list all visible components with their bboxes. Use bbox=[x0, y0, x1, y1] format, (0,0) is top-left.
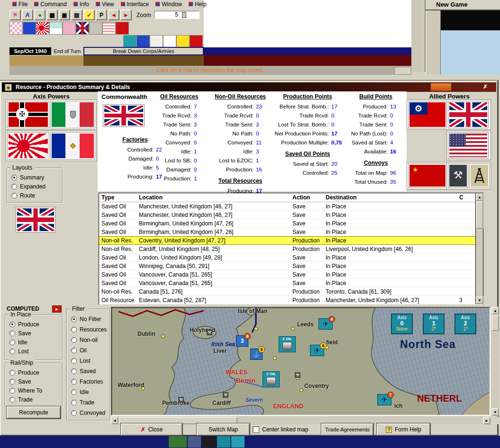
menu-file[interactable]: File bbox=[9, 0, 30, 8]
menu-help[interactable]: Help bbox=[186, 0, 209, 8]
palette-tile-white2[interactable] bbox=[163, 35, 176, 48]
palette-tile-pink[interactable] bbox=[63, 22, 76, 35]
radio-non-oil[interactable]: Non-oil bbox=[67, 335, 109, 345]
palette-tile-red[interactable] bbox=[116, 22, 129, 35]
radio-trade[interactable]: Trade bbox=[67, 397, 109, 408]
dialog-titlebar[interactable]: ◈ Resource - Production Summary & Detail… bbox=[2, 82, 496, 92]
counter-unit[interactable]: 36 bbox=[236, 335, 248, 347]
scroll-up-icon[interactable]: ▲ bbox=[476, 193, 483, 201]
new-game-button[interactable]: New Game bbox=[426, 0, 500, 10]
radio-convoyed[interactable]: Convoyed bbox=[67, 408, 109, 418]
radio-produce[interactable]: Produce bbox=[5, 368, 62, 377]
zoom-slider[interactable]: 5 bbox=[154, 11, 200, 19]
radio-where-to[interactable]: Where To bbox=[5, 386, 62, 395]
radio-expanded[interactable]: Expanded bbox=[7, 182, 62, 191]
orb-tool-button[interactable]: ● bbox=[34, 9, 45, 20]
scroll-left-icon[interactable]: ◄ bbox=[111, 417, 118, 424]
scroll-knob[interactable] bbox=[394, 67, 411, 75]
radio-route[interactable]: Route bbox=[7, 191, 62, 200]
grid-tool-button[interactable]: ▦ bbox=[46, 9, 58, 20]
table-row[interactable]: Saved OilVancouver, Canada [51, 265]Save… bbox=[99, 270, 483, 279]
map-vertical-scrollbar[interactable]: ▲ ▼ bbox=[491, 307, 499, 416]
air-unit[interactable]: ✈6 bbox=[310, 345, 324, 356]
radio-save[interactable]: Save bbox=[5, 329, 62, 338]
japan-flag[interactable] bbox=[8, 133, 49, 159]
italy-flag[interactable] bbox=[51, 101, 95, 128]
prev-button[interactable]: ◄ bbox=[108, 9, 119, 20]
menu-window[interactable]: Window bbox=[153, 0, 185, 8]
table-row[interactable]: Saved OilLondon, United Kingdom [49, 28]… bbox=[99, 253, 483, 262]
next-button[interactable]: ► bbox=[120, 9, 132, 20]
mine-resource-icon[interactable]: ⚒ bbox=[448, 164, 468, 188]
palette-tile-red2[interactable] bbox=[190, 35, 203, 48]
china-flag[interactable] bbox=[409, 101, 446, 128]
usa-flag[interactable] bbox=[448, 133, 488, 158]
table-row[interactable]: Saved OilBirmingham, United Kingdom [47,… bbox=[99, 228, 483, 236]
uk-flag-allied[interactable] bbox=[448, 101, 488, 128]
air-unit[interactable]: ✈7 bbox=[377, 394, 391, 405]
table-row[interactable]: Saved OilManchester, United Kingdom [46,… bbox=[99, 202, 483, 211]
oil-derrick-icon[interactable] bbox=[470, 164, 489, 188]
radio-produce[interactable]: Produce bbox=[5, 320, 62, 329]
radio-factories[interactable]: Factories bbox=[67, 376, 109, 387]
scroll-down-icon[interactable]: ▼ bbox=[491, 408, 499, 416]
radio-summary[interactable]: Summary bbox=[7, 173, 62, 182]
form-help-button[interactable]: ? Form Help bbox=[377, 423, 430, 436]
scroll-right-icon[interactable]: ► bbox=[483, 417, 491, 424]
zoom-slider-thumb[interactable] bbox=[182, 12, 186, 18]
radio-idle[interactable]: Idle bbox=[67, 387, 109, 397]
palette-tile-pinkflag[interactable] bbox=[9, 22, 23, 35]
scrollbar-thumb[interactable] bbox=[491, 315, 499, 331]
scroll-down-icon[interactable]: ▼ bbox=[476, 296, 483, 304]
palette-tile-blue2[interactable] bbox=[136, 35, 150, 48]
table-row[interactable]: Oil ResourceEstevan, Canada [52, 287]Pro… bbox=[99, 296, 483, 305]
palette-tile-teal[interactable] bbox=[49, 22, 63, 35]
breakdown-corps-button[interactable]: Break Down Corps/Armies bbox=[83, 47, 204, 55]
radio-save[interactable]: Save bbox=[5, 377, 62, 386]
menu-view[interactable]: View bbox=[93, 0, 117, 8]
radio-no-filter[interactable]: No Filter bbox=[67, 314, 109, 324]
table-row[interactable]: Saved OilWinnipeg, Canada [50, 291]SaveI… bbox=[99, 262, 483, 270]
menu-info[interactable]: Info bbox=[71, 0, 92, 8]
counter-unit[interactable]: ⚓6 bbox=[250, 349, 263, 360]
palette-tile-sun[interactable] bbox=[36, 22, 49, 35]
menu-interface[interactable]: Interface bbox=[118, 0, 152, 8]
notes-tool-button[interactable]: ▤ bbox=[71, 9, 82, 20]
radio-lost[interactable]: Lost bbox=[67, 356, 109, 366]
table-row[interactable]: Non-oil Res.Cardiff, United Kingdom [48,… bbox=[99, 245, 483, 253]
menu-command[interactable]: Command bbox=[31, 0, 69, 8]
radio-saved[interactable]: Saved bbox=[67, 366, 109, 376]
radio-resources[interactable]: Resources bbox=[67, 324, 109, 335]
center-linked-map-checkbox[interactable] bbox=[253, 426, 259, 433]
check-tool-button[interactable]: ✓ bbox=[83, 9, 95, 20]
table-scrollbar[interactable]: ▲ ▼ bbox=[475, 193, 483, 304]
trade-agreements-button[interactable]: Trade Agreements bbox=[321, 423, 373, 436]
germany-flag[interactable]: ✠ bbox=[8, 101, 49, 128]
palette-tile-usl[interactable] bbox=[102, 22, 116, 35]
window-tool-button[interactable]: ▣ bbox=[59, 9, 70, 20]
table-row[interactable]: Non-oil Res.Canada [51, 276]ProductionTo… bbox=[99, 287, 483, 296]
table-row[interactable]: Saved OilVancouver, Canada [51, 265]Save… bbox=[99, 279, 483, 287]
close-icon[interactable]: ✗ bbox=[481, 83, 490, 91]
palette-tile-gray[interactable] bbox=[89, 22, 102, 35]
switch-map-button[interactable]: Switch Map bbox=[197, 423, 250, 436]
radio-trade[interactable]: Trade bbox=[5, 395, 62, 404]
palette-tile-white[interactable] bbox=[150, 35, 163, 48]
scrollbar-thumb[interactable] bbox=[476, 201, 483, 229]
radio-lost[interactable]: Lost bbox=[5, 347, 62, 356]
table-row[interactable]: Non-oil Res.Coventry, United Kingdom [47… bbox=[99, 236, 483, 245]
palette-tile-blue[interactable] bbox=[23, 22, 36, 35]
france-flag[interactable] bbox=[51, 133, 95, 159]
palette-tile-yellow[interactable] bbox=[176, 35, 190, 48]
oil-unit[interactable]: 2 OIL bbox=[279, 336, 296, 352]
radio-oil[interactable]: Oil bbox=[67, 345, 109, 356]
end-of-turn-button[interactable]: End of Turn bbox=[51, 47, 83, 55]
palette-tile-uk[interactable] bbox=[76, 22, 89, 35]
oil-unit[interactable]: 2 OIL bbox=[263, 371, 280, 387]
table-row[interactable]: Saved OilManchester, United Kingdom [46,… bbox=[99, 211, 483, 219]
text-tool-button[interactable]: A bbox=[22, 9, 33, 20]
close-button[interactable]: ✗ Close bbox=[121, 423, 182, 436]
flag-tool-button[interactable]: ⚑ bbox=[9, 9, 21, 20]
computed-arrow-button[interactable]: ► bbox=[52, 305, 62, 313]
table-row[interactable]: Saved OilBirmingham, United Kingdom [47,… bbox=[99, 219, 483, 228]
